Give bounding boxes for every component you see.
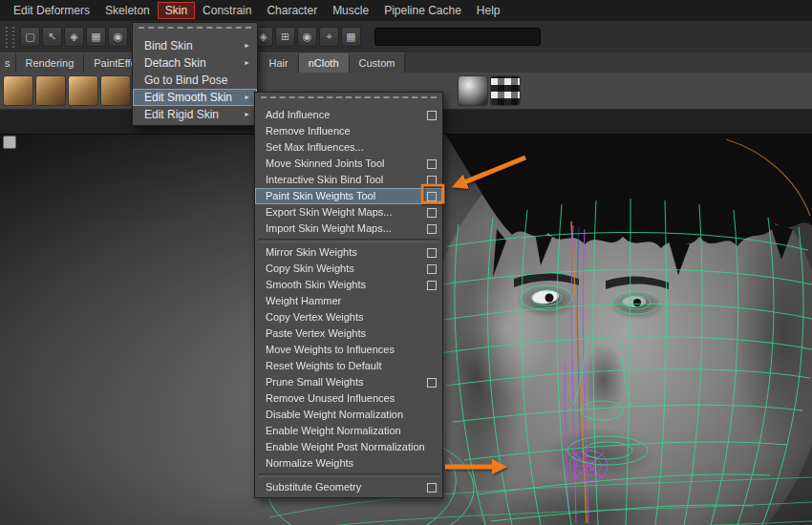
status-line-grip[interactable] [6, 27, 14, 48]
status-line-icon[interactable]: ◉ [108, 27, 128, 47]
option-box-icon[interactable] [427, 192, 437, 201]
menu-item-label: Copy Skin Weights [266, 262, 354, 274]
option-box-icon[interactable] [427, 264, 437, 274]
shelf-item-icon[interactable] [100, 75, 131, 106]
shelf-tab-bar: s Rendering PaintEffe Fluids Fur Hair nC… [0, 52, 812, 73]
menu-item-label: Enable Weight Post Normalization [266, 441, 425, 452]
menu-item-edit-rigid-skin[interactable]: Edit Rigid Skin ► [133, 106, 257, 123]
submenu-arrow-icon: ► [244, 89, 250, 106]
shelf-item-icon[interactable] [3, 75, 33, 106]
submenu-arrow-icon: ► [244, 106, 250, 123]
snap-icon[interactable]: ▦ [341, 27, 361, 47]
status-line-icon[interactable]: ↖ [42, 27, 62, 47]
menu-item-smooth-skin-weights[interactable]: Smooth Skin Weights [255, 277, 442, 293]
menu-item-move-skinned-joints-tool[interactable]: Move Skinned Joints Tool [255, 156, 442, 172]
menu-item-label: Add Influence [266, 109, 330, 120]
menu-item-label: Remove Influence [266, 125, 351, 136]
menu-item-prune-small-weights[interactable]: Prune Small Weights [255, 374, 442, 390]
menu-item-enable-weight-post-normalization[interactable]: Enable Weight Post Normalization [255, 439, 442, 455]
shelf-tab-partial[interactable]: s [0, 52, 16, 73]
menu-item-enable-weight-normalization[interactable]: Enable Weight Normalization [255, 423, 442, 439]
shelf-tab-rendering[interactable]: Rendering [16, 52, 85, 73]
menu-muscle[interactable]: Muscle [325, 2, 376, 19]
menu-item-label: Bind Skin [144, 39, 193, 52]
menu-item-label: Mirror Skin Weights [266, 246, 357, 258]
menu-item-substitute-geometry[interactable]: Substitute Geometry [255, 479, 442, 495]
submenu-arrow-icon: ► [244, 54, 250, 72]
option-box-icon[interactable] [427, 281, 437, 290]
menu-help[interactable]: Help [469, 2, 508, 19]
menu-item-label: Weight Hammer [266, 295, 341, 306]
menu-item-label: Substitute Geometry [266, 481, 361, 493]
numeric-input-field[interactable] [374, 28, 541, 46]
menu-item-label: Reset Weights to Default [266, 360, 381, 371]
status-line: ▢ ↖ ◈ ▦ ◉ ⊕ ▣ ◎ ◈ ⊞ ◉ ⌖ ▦ [0, 21, 812, 53]
tearoff-handle[interactable] [261, 96, 437, 103]
menu-constrain[interactable]: Constrain [195, 2, 259, 19]
menu-item-label: Normalize Weights [266, 457, 353, 469]
menu-item-add-influence[interactable]: Add Influence [255, 107, 442, 123]
menu-item-weight-hammer[interactable]: Weight Hammer [255, 293, 442, 309]
option-box-icon[interactable] [427, 176, 437, 185]
menu-item-edit-smooth-skin[interactable]: Edit Smooth Skin ► [133, 89, 257, 106]
menu-item-bind-skin[interactable]: Bind Skin ► [133, 37, 257, 54]
menu-item-paste-vertex-weights[interactable]: Paste Vertex Weights [255, 326, 442, 342]
shelf-item-icon[interactable] [68, 75, 98, 106]
snap-icon[interactable]: ⌖ [319, 27, 339, 47]
menu-item-normalize-weights[interactable]: Normalize Weights [255, 455, 442, 472]
menu-item-label: Enable Weight Normalization [266, 425, 401, 436]
menu-item-paint-skin-weights-tool[interactable]: Paint Skin Weights Tool [255, 188, 442, 204]
shelf-item-icon[interactable] [35, 75, 66, 106]
menu-item-label: Go to Bind Pose [144, 74, 227, 87]
menu-item-label: Paint Skin Weights Tool [266, 190, 375, 201]
menu-separator [258, 473, 439, 477]
menu-item-go-to-bind-pose[interactable]: Go to Bind Pose [133, 72, 257, 89]
option-box-icon[interactable] [427, 224, 437, 234]
menu-character[interactable]: Character [259, 2, 325, 19]
menu-item-copy-skin-weights[interactable]: Copy Skin Weights [255, 261, 442, 277]
menu-item-label: Move Skinned Joints Tool [266, 158, 385, 169]
menu-item-set-max-influences[interactable]: Set Max Influences... [255, 139, 442, 156]
menu-item-reset-weights-to-default[interactable]: Reset Weights to Default [255, 358, 442, 374]
menu-skeleton[interactable]: Skeleton [97, 2, 158, 19]
option-box-icon[interactable] [427, 248, 437, 258]
tearoff-handle[interactable] [139, 27, 251, 33]
menu-item-remove-influence[interactable]: Remove Influence [255, 123, 442, 139]
shelf-tab-custom[interactable]: Custom [350, 52, 406, 73]
menu-item-label: Export Skin Weight Maps... [266, 206, 392, 218]
snap-icon[interactable]: ◉ [297, 27, 317, 47]
menu-item-label: Prune Small Weights [266, 376, 364, 388]
sphere-shelf-icon[interactable] [458, 75, 488, 106]
status-line-icon[interactable]: ◈ [64, 27, 84, 47]
snap-icon[interactable]: ⊞ [275, 27, 295, 47]
menu-item-remove-unused-influences[interactable]: Remove Unused Influences [255, 390, 442, 407]
menu-item-interactive-skin-bind-tool[interactable]: Interactive Skin Bind Tool [255, 172, 442, 188]
menu-item-label: Copy Vertex Weights [266, 311, 364, 323]
menu-item-export-skin-weight-maps[interactable]: Export Skin Weight Maps... [255, 204, 442, 220]
panel-menu-icon[interactable] [3, 136, 16, 149]
menu-item-detach-skin[interactable]: Detach Skin ► [133, 54, 257, 72]
skin-menu-dropdown: Bind Skin ► Detach Skin ► Go to Bind Pos… [132, 22, 258, 126]
menu-edit-deformers[interactable]: Edit Deformers [6, 2, 97, 19]
option-box-icon[interactable] [427, 208, 437, 218]
menu-item-label: Remove Unused Influences [266, 392, 395, 404]
checker-texture-icon[interactable] [490, 75, 521, 106]
menu-item-label: Move Weights to Influences [266, 344, 395, 355]
menu-item-disable-weight-normalization[interactable]: Disable Weight Normalization [255, 407, 442, 423]
status-line-icon[interactable]: ▦ [86, 27, 106, 47]
menu-item-mirror-skin-weights[interactable]: Mirror Skin Weights [255, 244, 442, 261]
menu-item-copy-vertex-weights[interactable]: Copy Vertex Weights [255, 309, 442, 326]
option-box-icon[interactable] [427, 111, 437, 120]
menu-skin[interactable]: Skin [158, 2, 195, 19]
option-box-icon[interactable] [427, 483, 437, 493]
shelf-tab-hair[interactable]: Hair [260, 52, 299, 73]
menu-item-label: Disable Weight Normalization [266, 409, 403, 420]
shelf-tab-ncloth[interactable]: nCloth [299, 52, 350, 73]
menu-item-import-skin-weight-maps[interactable]: Import Skin Weight Maps... [255, 220, 442, 237]
option-box-icon[interactable] [427, 159, 437, 169]
menu-pipeline-cache[interactable]: Pipeline Cache [376, 2, 469, 19]
option-box-icon[interactable] [427, 378, 437, 388]
maya-window: Edit Deformers Skeleton Skin Constrain C… [0, 0, 812, 525]
menu-item-move-weights-to-influences[interactable]: Move Weights to Influences [255, 342, 442, 358]
status-line-icon[interactable]: ▢ [20, 27, 40, 47]
